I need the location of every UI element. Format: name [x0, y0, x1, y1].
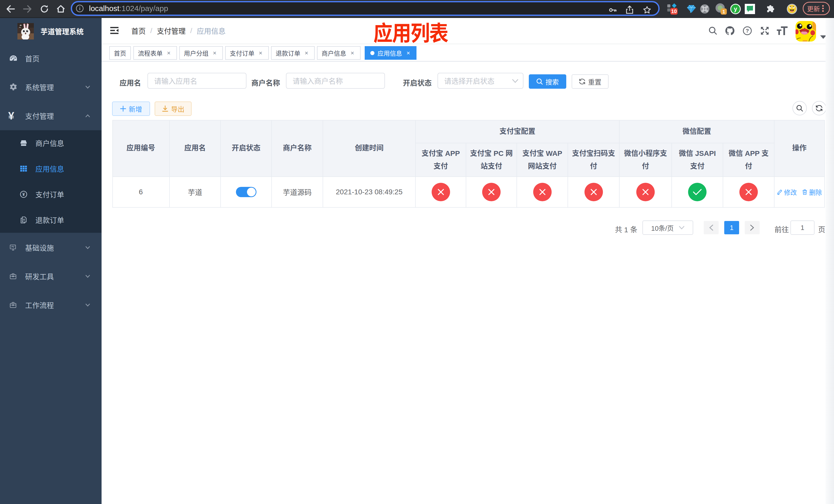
svg-text:1: 1	[722, 9, 725, 14]
svg-text:?: ?	[746, 28, 749, 33]
svg-text:10: 10	[671, 8, 677, 14]
svg-text:y: y	[734, 6, 737, 12]
svg-text:¥: ¥	[22, 192, 25, 197]
